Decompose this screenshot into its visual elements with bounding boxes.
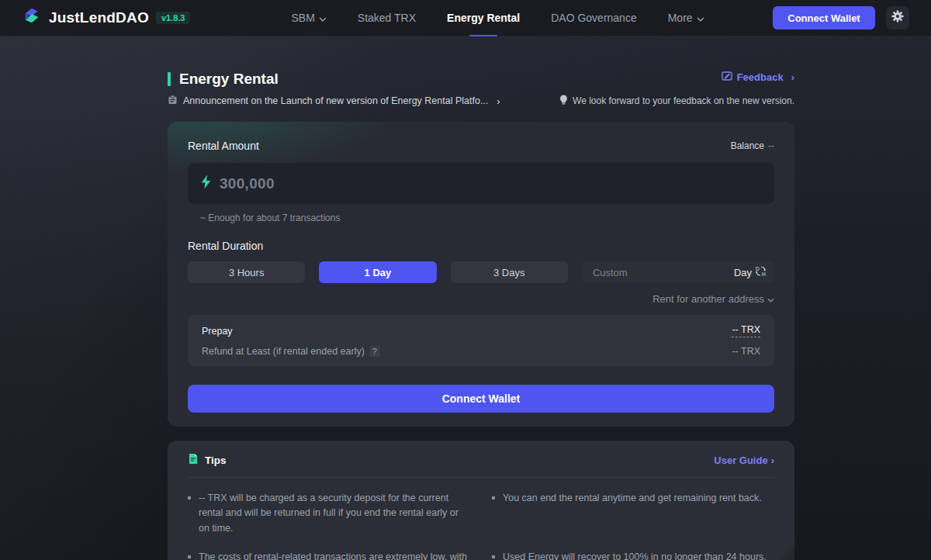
balance: Balance-- — [731, 140, 774, 151]
tips-document-icon — [188, 453, 199, 467]
connect-wallet-button[interactable]: Connect Wallet — [773, 6, 875, 29]
duration-1-day-button[interactable]: 1 Day — [319, 261, 436, 283]
bullet-icon — [188, 496, 191, 500]
rental-amount-input[interactable] — [220, 175, 762, 192]
bulb-icon — [559, 95, 568, 107]
duration-unit-toggle[interactable]: Day D H — [734, 265, 767, 279]
announcement-icon — [168, 95, 178, 107]
refund-value: -- TRX — [732, 346, 760, 357]
custom-duration-field: Day D H — [582, 261, 774, 283]
version-badge: v1.8.3 — [156, 12, 191, 24]
amount-hint: ~ Enough for about 7 transactions — [188, 213, 774, 223]
prepay-value[interactable]: -- TRX — [732, 324, 760, 337]
rental-duration-label: Rental Duration — [188, 240, 774, 252]
tip-item: Used Energy will recover to 100% in no l… — [492, 550, 774, 560]
nav-item-staked-trx[interactable]: Staked TRX — [358, 0, 416, 36]
rental-amount-field — [188, 163, 774, 204]
feedback-note: We look forward to your feedback on the … — [559, 95, 794, 107]
brand[interactable]: JustLendDAO v1.8.3 — [22, 6, 190, 29]
refund-label: Refund at Least (if rental ended early) … — [202, 346, 380, 357]
day-hour-switch-icon: D H — [755, 265, 767, 279]
svg-text:D: D — [756, 266, 760, 271]
chevron-down-icon — [767, 293, 774, 305]
rental-amount-label: Rental Amount — [188, 140, 259, 152]
nav-item-energy-rental[interactable]: Energy Rental — [447, 0, 520, 36]
bullet-icon — [492, 496, 495, 500]
lightning-icon — [200, 175, 212, 192]
bullet-icon — [492, 555, 495, 558]
gear-icon — [891, 10, 904, 26]
tips-title: Tips — [188, 453, 227, 467]
nav-item-dao-governance[interactable]: DAO Governance — [551, 0, 637, 36]
nav-item-more[interactable]: More — [668, 0, 704, 36]
divider — [188, 477, 774, 478]
custom-duration-input[interactable] — [593, 267, 729, 278]
tip-item: The costs of rental-related transactions… — [188, 550, 470, 560]
svg-text:H: H — [762, 271, 766, 277]
tips-list: -- TRX will be charged as a security dep… — [188, 491, 774, 560]
brand-name: JustLendDAO — [49, 9, 149, 26]
title-accent-bar — [168, 72, 171, 86]
feedback-link[interactable]: Feedback — [722, 71, 794, 84]
prepay-panel: Prepay -- TRX Refund at Least (if rental… — [188, 315, 774, 366]
rent-for-another-address-toggle[interactable]: Rent for another address — [188, 293, 774, 305]
prepay-label: Prepay — [202, 326, 233, 337]
help-icon[interactable]: ? — [369, 346, 380, 357]
tips-card: Tips User Guide -- TRX will be charged a… — [168, 441, 794, 560]
page-title: Energy Rental — [168, 71, 279, 88]
top-nav: JustLendDAO v1.8.3 SBM Staked TRX Energy… — [0, 0, 931, 36]
nav-item-sbm[interactable]: SBM — [291, 0, 326, 36]
settings-button[interactable] — [886, 6, 909, 29]
user-guide-link[interactable]: User Guide — [714, 455, 774, 466]
nav-menu: SBM Staked TRX Energy Rental DAO Governa… — [291, 0, 704, 36]
tip-item: You can end the rental anytime and get r… — [492, 491, 774, 536]
duration-3-days-button[interactable]: 3 Days — [451, 261, 568, 283]
bullet-icon — [188, 555, 191, 558]
justlend-logo-icon — [22, 6, 42, 29]
chevron-down-icon — [697, 12, 704, 24]
feedback-icon — [722, 71, 732, 84]
balance-value: -- — [768, 140, 774, 151]
connect-wallet-main-button[interactable]: Connect Wallet — [188, 385, 774, 413]
rental-card: Rental Amount Balance-- ~ Enough for abo… — [168, 122, 794, 427]
chevron-down-icon — [319, 12, 327, 24]
tip-item: -- TRX will be charged as a security dep… — [188, 491, 470, 536]
page-content: Energy Rental Feedback Announce — [168, 36, 794, 560]
announcement-link[interactable]: Announcement on the Launch of new versio… — [168, 95, 500, 107]
duration-3-hours-button[interactable]: 3 Hours — [188, 261, 305, 283]
